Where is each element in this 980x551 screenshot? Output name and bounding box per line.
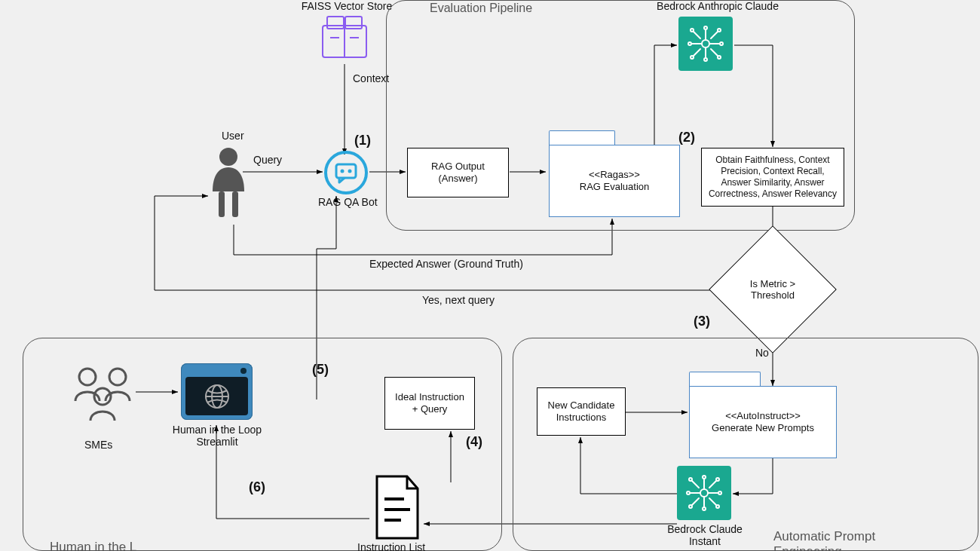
svg-point-22 [718,56,721,59]
svg-point-44 [689,478,692,481]
faiss-icon [318,11,371,63]
rag-output-text: RAG Output (Answer) [414,161,502,185]
expected-answer-label: Expected Answer (Ground Truth) [369,258,523,270]
decision-line2: Threshold [751,289,795,301]
svg-point-39 [700,489,708,497]
ragas-sub: RAG Evaluation [580,181,650,193]
svg-point-31 [109,369,126,385]
svg-point-28 [341,170,345,173]
svg-point-16 [704,58,707,61]
svg-point-43 [718,491,721,494]
svg-point-20 [718,29,721,32]
svg-point-46 [689,505,692,508]
new-candidates-text: New Candidate Instructions [544,399,619,424]
user-label: User [222,130,244,142]
svg-point-29 [348,170,352,173]
svg-point-40 [703,476,706,479]
ragas-box: <<Ragas>> RAG Evaluation [549,145,680,217]
ragqa-bot-icon [324,151,368,197]
svg-point-41 [703,507,706,510]
svg-rect-24 [219,191,225,217]
yes-label: Yes, next query [422,294,495,306]
metrics-text: Obtain Faithfulness, Context Precision, … [708,155,838,200]
ragas-title: <<Ragas>> [589,169,640,181]
svg-point-47 [716,505,719,508]
user-icon [210,145,247,225]
new-candidates-box: New Candidate Instructions [537,387,626,436]
autoinstruct-sub: Generate New Prompts [712,422,814,434]
svg-point-26 [326,152,366,193]
svg-point-15 [704,26,707,29]
panel-hitl-title: Human in the L [50,540,136,551]
ragqa-bot-label: RAG QA Bot [318,196,378,208]
streamlit-icon [181,363,253,420]
instruction-list-icon [371,473,424,541]
step-1: (1) [354,133,371,148]
decision-diamond: Is Metric > Threshold [727,244,818,335]
svg-point-19 [691,29,694,32]
context-label: Context [353,72,389,84]
svg-point-21 [691,56,694,59]
ragas-tab [549,130,615,145]
claude-top-icon [678,17,733,71]
ideal-box: Ideal Instruction + Query [384,377,475,430]
svg-point-14 [702,40,709,47]
instruction-list-label: Instruction List [357,541,425,551]
svg-point-45 [716,478,719,481]
autoinstruct-tab [689,372,761,387]
svg-rect-10 [327,17,344,29]
svg-rect-27 [336,164,356,178]
rag-output-box: RAG Output (Answer) [407,148,509,197]
streamlit-label: Human in the Loop Streamlit [167,424,267,448]
panel-ape-title: Automatic Prompt Engineering [773,529,954,551]
step-2: (2) [678,130,695,145]
panel-evaluation-title: Evaluation Pipeline [430,2,532,15]
autoinstruct-box: <<AutoInstruct>> Generate New Prompts [689,386,837,458]
svg-point-30 [79,369,96,385]
autoinstruct-title: <<AutoInstruct>> [725,410,801,422]
ideal-text: Ideal Instruction + Query [391,391,468,416]
smes-label: SMEs [84,439,112,451]
svg-rect-25 [232,191,238,217]
claude-instant-label: Bedrock Claude Instant [656,523,754,547]
metrics-box: Obtain Faithfulness, Context Precision, … [701,148,844,207]
svg-point-42 [687,491,690,494]
smes-icon [68,363,137,427]
svg-point-18 [720,42,723,45]
claude-instant-icon [677,466,731,520]
step-3: (3) [694,314,710,329]
claude-top-label: Bedrock Anthropic Claude [642,0,793,12]
decision-line1: Is Metric > [750,278,795,289]
svg-rect-11 [345,17,362,29]
svg-point-23 [219,148,237,166]
svg-point-17 [688,42,691,45]
query-label: Query [253,154,282,166]
